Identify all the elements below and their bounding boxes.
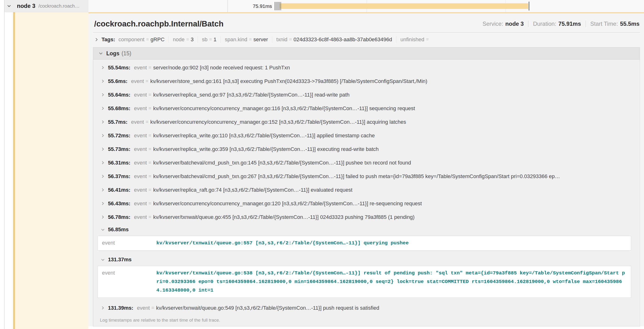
- equals-sign: =: [186, 37, 189, 42]
- chevron-down-icon: [101, 258, 105, 262]
- log-message: kv/kvserver/replica_write.go:110 [n3,s3,…: [153, 132, 375, 139]
- log-key: event: [134, 187, 147, 193]
- log-key: event: [134, 92, 147, 98]
- span-tree-guide-line: [4, 0, 4, 329]
- equals-sign: =: [146, 37, 149, 42]
- tags-accordian[interactable]: Tags: component = gRPC node = 3 sb = 1 s…: [93, 33, 640, 45]
- log-timestamp: 56.31ms:: [108, 160, 130, 166]
- tag-item: txnid = 024d3323-6c8f-4863-aa8b-37ab0e63…: [276, 36, 392, 43]
- log-timestamp: 56.85ms: [108, 226, 129, 233]
- log-message: kv/kvserver/concurrency/concurrency_mana…: [150, 119, 406, 125]
- tag-key: txnid: [276, 36, 287, 43]
- log-fields-table: event kv/kvserver/txnwait/queue.go:538 […: [98, 266, 631, 298]
- logs-header[interactable]: Logs (15): [93, 48, 640, 60]
- log-row[interactable]: 55.68ms: event = kv/kvserver/concurrency…: [96, 102, 631, 115]
- tag-key: component: [118, 36, 144, 43]
- chevron-right-icon: [101, 174, 105, 178]
- chevron-down-icon[interactable]: [98, 51, 103, 56]
- tag-value: 1: [214, 36, 216, 43]
- log-key: event: [131, 119, 144, 125]
- span-overview: Service: node 3 Duration: 75.91ms Start …: [482, 20, 640, 27]
- log-row[interactable]: 131.39ms: event = kv/kvserver/txnwait/qu…: [96, 301, 631, 315]
- log-tick-mark: [274, 2, 275, 10]
- span-row[interactable]: node 3 /cockroach.roach… 75.91ms: [0, 0, 644, 12]
- equals-sign: =: [426, 37, 429, 42]
- log-timestamp: 131.39ms:: [108, 305, 133, 311]
- log-row[interactable]: 55.73ms: event = kv/kvserver/replica_wri…: [96, 142, 631, 156]
- log-row[interactable]: 56.43ms: event = kv/kvserver/concurrency…: [96, 197, 631, 210]
- log-field-value: kv/kvserver/txnwait/queue.go:538 [n3,s3,…: [156, 269, 626, 295]
- chevron-right-icon: [101, 147, 105, 151]
- log-row[interactable]: 56.78ms: event = kv/kvserver/txnwait/que…: [96, 210, 631, 224]
- log-timestamp: 55.68ms:: [108, 106, 130, 112]
- tag-value: server: [253, 36, 268, 43]
- chevron-right-icon: [101, 215, 105, 219]
- span-detail-title: /cockroach.roachpb.Internal/Batch: [94, 19, 224, 28]
- log-entry-expanded: 131.37ms event kv/kvserver/txnwait/queue…: [96, 254, 631, 298]
- log-key: event: [134, 173, 147, 180]
- log-timestamp: 56.78ms:: [108, 214, 130, 220]
- log-row[interactable]: 56.41ms: event = kv/kvserver/replica_raf…: [96, 183, 631, 197]
- tags-label: Tags:: [102, 36, 115, 43]
- span-name-cell[interactable]: node 3 /cockroach.roach…: [4, 0, 88, 12]
- chevron-right-icon: [101, 93, 105, 97]
- log-row-expanded-header[interactable]: 131.37ms: [96, 254, 631, 265]
- log-row[interactable]: 55.6ms: event = kv/kvserver/store_send.g…: [96, 74, 631, 88]
- log-message: kv/kvserver/batcheval/cmd_push_txn.go:14…: [153, 160, 411, 166]
- equals-sign: =: [148, 214, 151, 220]
- equals-sign: =: [151, 305, 154, 311]
- log-key: event: [134, 214, 147, 220]
- log-row[interactable]: 55.7ms: event = kv/kvserver/concurrency/…: [96, 115, 631, 129]
- span-name-column-spacer[interactable]: [88, 0, 228, 12]
- log-timestamp: 131.37ms: [108, 256, 132, 263]
- log-row[interactable]: 55.54ms: event = server/node.go:902 [n3]…: [96, 61, 631, 74]
- equals-sign: =: [249, 37, 252, 42]
- log-row[interactable]: 56.37ms: event = kv/kvserver/batcheval/c…: [96, 170, 631, 183]
- equals-sign: =: [148, 174, 151, 179]
- log-message: kv/kvserver/txnwait/queue.go:549 [n3,s3,…: [156, 305, 379, 311]
- equals-sign: =: [148, 201, 151, 206]
- log-row-expanded-header[interactable]: 56.85ms: [96, 224, 631, 235]
- log-row[interactable]: 56.31ms: event = kv/kvserver/batcheval/c…: [96, 156, 631, 170]
- chevron-right-icon: [101, 106, 105, 110]
- tag-key: sb: [202, 36, 207, 43]
- chevron-right-icon: [101, 79, 105, 83]
- log-tick-mark-end: [529, 2, 529, 10]
- log-message: kv/kvserver/concurrency/concurrency_mana…: [153, 106, 415, 112]
- log-message: kv/kvserver/replica_send.go:97 [n3,s3,r6…: [153, 92, 350, 98]
- log-row[interactable]: 55.72ms: event = kv/kvserver/replica_wri…: [96, 129, 631, 142]
- log-field-value: kv/kvserver/txnwait/queue.go:557 [n3,s3,…: [156, 239, 409, 248]
- tag-value: 3: [191, 36, 194, 43]
- chevron-right-icon: [101, 202, 105, 206]
- chevron-right-icon: [101, 161, 105, 165]
- chevron-right-icon[interactable]: [94, 38, 99, 42]
- log-timestamp: 55.6ms:: [108, 78, 128, 84]
- span-timeline-cell[interactable]: 75.91ms: [228, 0, 644, 12]
- span-duration-bar[interactable]: [280, 3, 528, 9]
- chevron-down-icon[interactable]: [6, 3, 12, 8]
- log-row[interactable]: 55.64ms: event = kv/kvserver/replica_sen…: [96, 88, 631, 102]
- equals-sign: =: [148, 160, 151, 166]
- tag-item: unfinished =: [400, 36, 430, 43]
- chevron-right-icon: [101, 120, 105, 124]
- log-field-key: event: [102, 269, 156, 276]
- log-timestamp: 56.43ms:: [108, 200, 130, 207]
- equals-sign: =: [148, 187, 151, 193]
- log-tick-mark: [277, 2, 278, 10]
- divider: [528, 21, 528, 27]
- tag-item: node = 3: [173, 36, 194, 43]
- logs-title: Logs: [106, 50, 120, 57]
- equals-sign: =: [146, 119, 148, 125]
- span-color-accent-strip: [13, 0, 15, 329]
- selected-span-row-highlight: [15, 12, 88, 329]
- equals-sign: =: [148, 92, 151, 98]
- equals-sign: =: [148, 133, 151, 138]
- log-timestamp: 55.64ms:: [108, 92, 130, 98]
- start-time-value: 55.5ms: [620, 20, 640, 27]
- span-service-name: node 3: [17, 2, 35, 9]
- equals-sign: =: [148, 106, 151, 111]
- span-detail-panel: /cockroach.roachpb.Internal/Batch Servic…: [88, 12, 644, 326]
- duration-value: 75.91ms: [558, 20, 581, 27]
- chevron-right-icon: [101, 306, 105, 310]
- log-timestamp: 55.73ms:: [108, 146, 130, 152]
